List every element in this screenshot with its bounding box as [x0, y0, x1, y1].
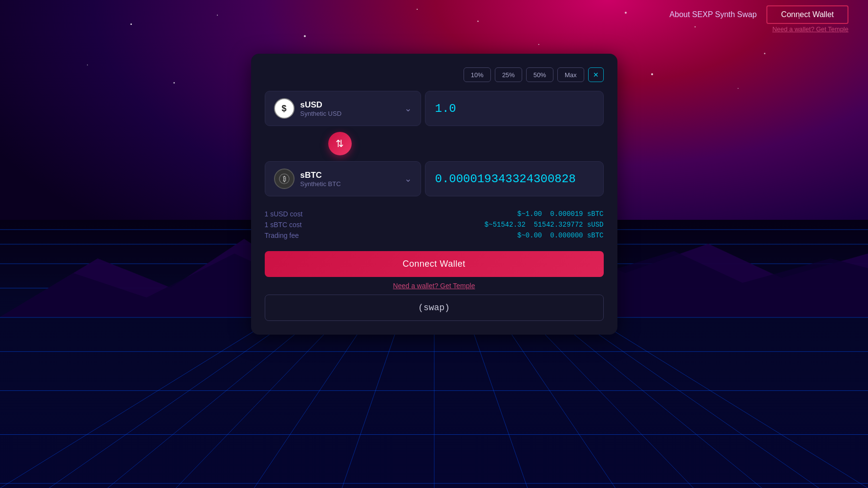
to-token-selector[interactable]: ₿ sBTC Synthetic BTC ⌄: [265, 161, 421, 196]
swap-arrows-icon: ⇅: [336, 138, 344, 149]
to-token-row: ₿ sBTC Synthetic BTC ⌄ 0.000019343324300…: [265, 161, 604, 196]
to-token-amount: 0.000019343324300828: [425, 161, 604, 196]
svg-text:₿: ₿: [282, 175, 286, 183]
sbtc-cost-label: 1 sBTC cost: [265, 221, 302, 229]
susd-cost-label: 1 sUSD cost: [265, 210, 303, 218]
about-link[interactable]: About SEXP Synth Swap: [670, 10, 757, 19]
sbtc-cost-value: $~51542.32 51542.329772 sUSD: [485, 221, 604, 229]
pct-close-button[interactable]: ✕: [588, 67, 604, 82]
trading-fee-value: $~0.00 0.000000 sBTC: [517, 232, 603, 239]
swap-btn-text: (swap): [418, 303, 450, 313]
susd-cost-value: $~1.00 0.000019 sBTC: [517, 210, 603, 218]
from-token-name: sUSD: [300, 100, 399, 110]
from-token-row: $ sUSD Synthetic USD ⌄: [265, 91, 604, 126]
to-token-chevron: ⌄: [404, 173, 412, 184]
navbar: About SEXP Synth Swap Connect Wallet: [0, 0, 868, 29]
trading-fee-label: Trading fee: [265, 232, 299, 239]
swap-direction-button[interactable]: ⇅: [328, 132, 352, 155]
trade-info-section: 1 sUSD cost $~1.00 0.000019 sBTC 1 sBTC …: [265, 204, 604, 239]
swap-brand-button[interactable]: (swap): [265, 295, 604, 321]
swap-card: 10% 25% 50% Max ✕ $ sUSD Synthetic USD ⌄…: [251, 54, 617, 335]
from-token-desc: Synthetic USD: [300, 110, 399, 117]
trading-fee-row: Trading fee $~0.00 0.000000 sBTC: [265, 232, 604, 239]
from-token-chevron: ⌄: [404, 103, 412, 114]
from-token-selector[interactable]: $ sUSD Synthetic USD ⌄: [265, 91, 421, 126]
sbtc-cost-row: 1 sBTC cost $~51542.32 51542.329772 sUSD: [265, 221, 604, 229]
percentage-buttons-row: 10% 25% 50% Max ✕: [265, 67, 604, 82]
susd-cost-row: 1 sUSD cost $~1.00 0.000019 sBTC: [265, 210, 604, 218]
sbtc-icon: ₿: [274, 169, 295, 189]
to-token-desc: Synthetic BTC: [300, 180, 399, 188]
to-amount-value: 0.000019343324300828: [435, 172, 576, 186]
to-token-name: sBTC: [300, 170, 399, 180]
pct-max-button[interactable]: Max: [557, 67, 584, 82]
from-amount-input[interactable]: [435, 102, 593, 115]
pct-25-button[interactable]: 25%: [495, 67, 522, 82]
connect-wallet-button[interactable]: Connect Wallet: [265, 251, 604, 277]
susd-icon: $: [274, 98, 295, 119]
need-wallet-link[interactable]: Need a wallet? Get Temple: [265, 282, 604, 290]
pct-50-button[interactable]: 50%: [526, 67, 553, 82]
swap-direction-row: ⇅: [265, 132, 604, 155]
pct-10-button[interactable]: 10%: [464, 67, 491, 82]
nav-connect-wallet-button[interactable]: Connect Wallet: [766, 5, 848, 24]
from-token-amount[interactable]: [425, 91, 604, 126]
